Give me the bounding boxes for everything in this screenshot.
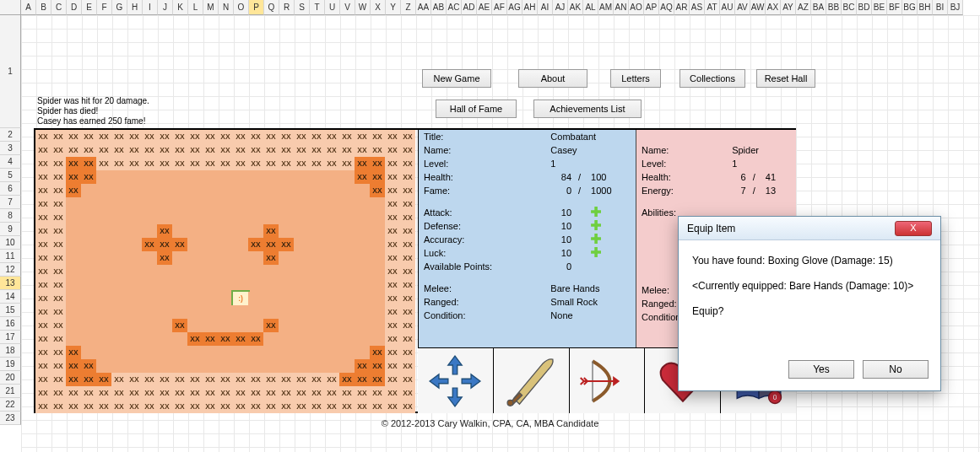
map-cell[interactable]: [279, 319, 294, 332]
map-cell[interactable]: [294, 184, 309, 197]
map-cell[interactable]: XX: [51, 224, 66, 238]
map-cell[interactable]: [127, 224, 142, 238]
map-cell[interactable]: XX: [172, 373, 187, 386]
map-cell[interactable]: [339, 251, 355, 265]
map-cell[interactable]: XX: [96, 386, 111, 400]
row-header[interactable]: 17: [0, 331, 21, 344]
map-cell[interactable]: [339, 265, 355, 278]
map-cell[interactable]: XX: [111, 143, 127, 157]
column-header[interactable]: AV: [735, 0, 750, 15]
map-cell[interactable]: [370, 211, 385, 224]
column-header[interactable]: AG: [507, 0, 522, 15]
map-cell[interactable]: XX: [324, 373, 339, 386]
row-header[interactable]: 12: [0, 263, 21, 277]
map-cell[interactable]: [279, 346, 294, 359]
map-cell[interactable]: [339, 359, 355, 373]
map-cell[interactable]: [309, 170, 324, 184]
map-cell[interactable]: [187, 346, 203, 359]
map-cell[interactable]: [127, 346, 142, 359]
column-header[interactable]: C: [51, 0, 67, 15]
map-cell[interactable]: [309, 278, 324, 292]
map-cell[interactable]: [248, 211, 263, 224]
map-cell[interactable]: [294, 278, 309, 292]
column-header[interactable]: V: [340, 0, 355, 15]
column-header[interactable]: AL: [583, 0, 598, 15]
map-cell[interactable]: [294, 238, 309, 251]
map-cell[interactable]: [324, 197, 339, 211]
map-cell[interactable]: XX: [385, 400, 400, 413]
column-header[interactable]: F: [97, 0, 112, 15]
map-cell[interactable]: [81, 278, 96, 292]
map-cell[interactable]: [309, 319, 324, 332]
map-cell[interactable]: [218, 278, 233, 292]
map-cell[interactable]: [370, 305, 385, 319]
map-cell[interactable]: [279, 197, 294, 211]
map-cell[interactable]: XX: [370, 143, 385, 157]
map-cell[interactable]: XX: [35, 184, 51, 197]
map-cell[interactable]: [66, 197, 81, 211]
map-cell[interactable]: XX: [263, 130, 279, 143]
map-cell[interactable]: XX: [400, 224, 415, 238]
map-cell[interactable]: [279, 359, 294, 373]
map-cell[interactable]: [142, 224, 157, 238]
map-cell[interactable]: XX: [203, 386, 218, 400]
column-header[interactable]: BD: [857, 0, 872, 15]
map-cell[interactable]: [324, 265, 339, 278]
column-header[interactable]: N: [219, 0, 234, 15]
column-header[interactable]: BF: [887, 0, 902, 15]
sheet-corner[interactable]: [0, 0, 21, 15]
map-cell[interactable]: XX: [339, 157, 355, 170]
map-cell[interactable]: XX: [279, 143, 294, 157]
map-cell[interactable]: XX: [35, 278, 51, 292]
about-button[interactable]: About: [518, 69, 587, 88]
map-cell[interactable]: XX: [309, 130, 324, 143]
map-cell[interactable]: XX: [400, 197, 415, 211]
map-cell[interactable]: XX: [127, 130, 142, 143]
map-cell[interactable]: [218, 197, 233, 211]
map-cell[interactable]: XX: [51, 305, 66, 319]
map-cell[interactable]: XX: [385, 143, 400, 157]
map-cell[interactable]: [157, 319, 172, 332]
map-cell[interactable]: XX: [142, 373, 157, 386]
map-cell[interactable]: [355, 211, 370, 224]
map-cell[interactable]: [157, 170, 172, 184]
column-header[interactable]: T: [310, 0, 325, 15]
map-cell[interactable]: XX: [51, 373, 66, 386]
map-cell[interactable]: XX: [203, 373, 218, 386]
map-cell[interactable]: XX: [187, 373, 203, 386]
move-action[interactable]: [418, 348, 493, 413]
column-header[interactable]: BG: [902, 0, 918, 15]
column-header[interactable]: AP: [644, 0, 659, 15]
map-cell[interactable]: XX: [400, 238, 415, 251]
plus-icon[interactable]: [591, 207, 601, 217]
map-cell[interactable]: [355, 224, 370, 238]
map-cell[interactable]: XX: [370, 373, 385, 386]
map-cell[interactable]: XX: [385, 305, 400, 319]
map-cell[interactable]: [309, 332, 324, 346]
map-cell[interactable]: [233, 197, 248, 211]
map-cell[interactable]: [142, 278, 157, 292]
map-cell[interactable]: [279, 170, 294, 184]
map-cell[interactable]: [203, 278, 218, 292]
achievements-button[interactable]: Achievements List: [533, 100, 642, 118]
map-cell[interactable]: XX: [233, 143, 248, 157]
map-cell[interactable]: XX: [385, 386, 400, 400]
map-cell[interactable]: XX: [218, 130, 233, 143]
map-cell[interactable]: XX: [187, 143, 203, 157]
map-cell[interactable]: [263, 184, 279, 197]
map-cell[interactable]: [248, 251, 263, 265]
map-cell[interactable]: [157, 265, 172, 278]
map-cell[interactable]: XX: [370, 400, 385, 413]
map-cell[interactable]: [248, 197, 263, 211]
row-header[interactable]: 16: [0, 317, 21, 331]
map-cell[interactable]: [127, 170, 142, 184]
no-button[interactable]: No: [863, 360, 929, 379]
map-cell[interactable]: [172, 278, 187, 292]
map-cell[interactable]: [172, 184, 187, 197]
map-cell[interactable]: XX: [142, 386, 157, 400]
map-cell[interactable]: [142, 184, 157, 197]
map-cell[interactable]: [324, 319, 339, 332]
row-header[interactable]: 8: [0, 209, 21, 223]
map-cell[interactable]: XX: [203, 332, 218, 346]
map-cell[interactable]: [370, 265, 385, 278]
